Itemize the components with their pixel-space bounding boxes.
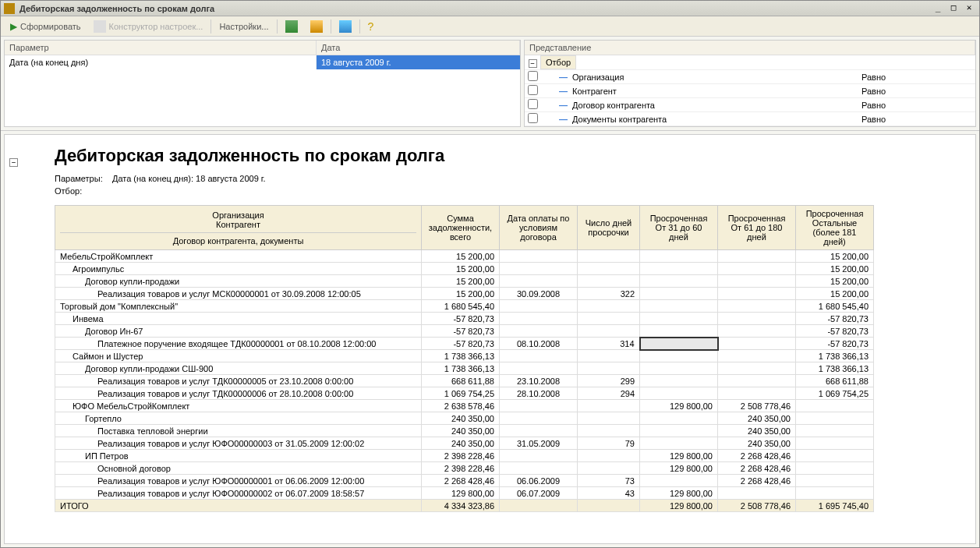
table-row[interactable]: Саймон и Шустер1 738 366,131 738 366,13	[55, 350, 874, 362]
cell-sum: 240 350,00	[422, 412, 500, 425]
cell-date: 31.05.2009	[500, 437, 578, 450]
cell-name: Реализация товаров и услуг МСК00000001 о…	[55, 288, 422, 300]
filter-checkbox[interactable]	[525, 85, 540, 97]
cell-over-other: -57 820,73	[796, 325, 874, 338]
table-row[interactable]: Поставка тепловой энергии240 350,00240 3…	[55, 425, 874, 437]
table-row[interactable]: Инвема-57 820,73-57 820,73	[55, 313, 874, 325]
cell-over-other: 1 069 754,25	[796, 387, 874, 400]
table-row[interactable]: Гортепло240 350,00240 350,00	[55, 412, 874, 425]
cell-sum: 15 200,00	[422, 288, 500, 300]
document-in-icon	[310, 20, 323, 33]
cell-sum: 15 200,00	[422, 275, 500, 288]
table-row[interactable]: Реализация товаров и услуг ЮФО00000003 о…	[55, 437, 874, 450]
cell-over-other: 1 738 366,13	[796, 350, 874, 362]
collapse-all-icon[interactable]: −	[9, 157, 18, 167]
filter-row[interactable]: —Документы контрагентаРавно	[525, 112, 975, 126]
cell-name: Договор Ин-67	[55, 325, 422, 338]
cell-date	[500, 300, 578, 313]
cell-days	[578, 263, 640, 275]
table-row[interactable]: Реализация товаров и услуг ТДК00000006 о…	[55, 387, 874, 400]
param-value[interactable]: 18 августа 2009 г.	[317, 55, 520, 69]
dash-icon: —	[559, 115, 568, 124]
filter-header: Представление	[525, 41, 975, 55]
cell-sum: 1 738 366,13	[422, 362, 500, 375]
cell-over-61-180	[718, 263, 796, 275]
header-param: Параметр	[5, 41, 317, 55]
cell-name: Агроимпульс	[55, 263, 422, 275]
expand-icon[interactable]: −	[525, 58, 540, 68]
filter-checkbox[interactable]	[525, 71, 540, 83]
filter-checkbox[interactable]	[525, 113, 540, 125]
constructor-button[interactable]: Конструктор настроек...	[89, 19, 208, 34]
cell-over-other	[796, 475, 874, 487]
cell-days: 43	[578, 487, 640, 500]
cell-over-other	[796, 412, 874, 425]
filter-checkbox[interactable]	[525, 99, 540, 111]
params-header: Параметр Дата	[5, 41, 520, 55]
cell-over-31-60	[640, 300, 718, 313]
cell-sum: 2 638 578,46	[422, 400, 500, 412]
cell-days	[578, 412, 640, 425]
tool-icon-3[interactable]	[334, 19, 356, 34]
cell-name: ИП Петров	[55, 450, 422, 462]
table-row[interactable]: МебельСтройКомплект15 200,0015 200,00	[55, 250, 874, 263]
totals-31-60: 129 800,00	[640, 500, 718, 512]
filter-name: —Контрагент	[540, 85, 858, 97]
filter-row[interactable]: —ОрганизацияРавно	[525, 70, 975, 84]
cell-days	[578, 400, 640, 412]
cell-sum: 129 800,00	[422, 487, 500, 500]
table-row[interactable]: Договор купли-продажи15 200,0015 200,00	[55, 275, 874, 288]
cell-date: 23.10.2008	[500, 375, 578, 387]
totals-61-180: 2 508 778,46	[718, 500, 796, 512]
filter-panel: Представление − Отбор —ОрганизацияРавно—…	[524, 40, 976, 127]
table-row[interactable]: Реализация товаров и услуг ЮФО00000001 о…	[55, 475, 874, 487]
table-row[interactable]: ИП Петров2 398 228,46129 800,002 268 428…	[55, 450, 874, 462]
params-row: Параметр Дата Дата (на конец дня) 18 авг…	[1, 37, 979, 131]
table-row[interactable]: Реализация товаров и услуг ТДК00000005 о…	[55, 375, 874, 387]
cell-name: Договор купли-продажи	[55, 275, 422, 288]
cell-over-31-60	[640, 313, 718, 325]
cell-sum: 2 398 228,46	[422, 450, 500, 462]
report-params: Параметры: Дата (на конец дня): 18 авгус…	[8, 174, 972, 186]
table-row[interactable]: Договор купли-продажи СШ-9001 738 366,13…	[55, 362, 874, 375]
table-row[interactable]: Платежное поручение входящее ТДК00000001…	[55, 338, 874, 350]
settings-button[interactable]: Настройки...	[214, 20, 273, 33]
main-window: Дебиторская задолженность по срокам долг…	[0, 0, 980, 548]
maximize-button[interactable]: □	[946, 2, 961, 15]
table-row[interactable]: Реализация товаров и услуг ЮФО00000002 о…	[55, 487, 874, 500]
cell-date	[500, 313, 578, 325]
cell-over-31-60	[640, 412, 718, 425]
cell-over-other	[796, 437, 874, 450]
cell-sum: 1 069 754,25	[422, 387, 500, 400]
filter-row[interactable]: —Договор контрагентаРавно	[525, 98, 975, 112]
cell-name: Саймон и Шустер	[55, 350, 422, 362]
filter-root[interactable]: − Отбор	[525, 55, 975, 70]
table-row[interactable]: ЮФО МебельСтройКомплект2 638 578,46129 8…	[55, 400, 874, 412]
cell-over-61-180	[718, 387, 796, 400]
table-row[interactable]: Агроимпульс15 200,0015 200,00	[55, 263, 874, 275]
table-header-row: Организация Контрагент Договор контраген…	[55, 206, 874, 250]
cell-name: Реализация товаров и услуг ТДК00000006 о…	[55, 387, 422, 400]
table-row[interactable]: Торговый дом "Комплексный"1 680 545,401 …	[55, 300, 874, 313]
cell-over-other	[796, 425, 874, 437]
table-row[interactable]: Договор Ин-67-57 820,73-57 820,73	[55, 325, 874, 338]
cell-name: Реализация товаров и услуг ЮФО00000003 о…	[55, 437, 422, 450]
cell-over-31-60	[640, 350, 718, 362]
cell-sum: 1 738 366,13	[422, 350, 500, 362]
separator	[277, 19, 278, 34]
table-row[interactable]: Основной договор2 398 228,46129 800,002 …	[55, 462, 874, 475]
cell-name: Торговый дом "Комплексный"	[55, 300, 422, 313]
generate-button[interactable]: ▶ Сформировать	[5, 19, 86, 34]
tool-icon-2[interactable]	[306, 19, 327, 34]
filter-row[interactable]: —КонтрагентРавно	[525, 84, 975, 98]
cell-days	[578, 325, 640, 338]
param-row[interactable]: Дата (на конец дня) 18 августа 2009 г.	[5, 55, 520, 69]
cell-days: 314	[578, 338, 640, 350]
cell-sum: -57 820,73	[422, 325, 500, 338]
tool-icon-1[interactable]	[281, 19, 302, 34]
help-button[interactable]: ?	[363, 19, 379, 34]
dash-icon: —	[559, 72, 568, 82]
table-row[interactable]: Реализация товаров и услуг МСК00000001 о…	[55, 288, 874, 300]
minimize-button[interactable]: _	[931, 2, 945, 15]
close-button[interactable]: ✕	[962, 2, 976, 15]
